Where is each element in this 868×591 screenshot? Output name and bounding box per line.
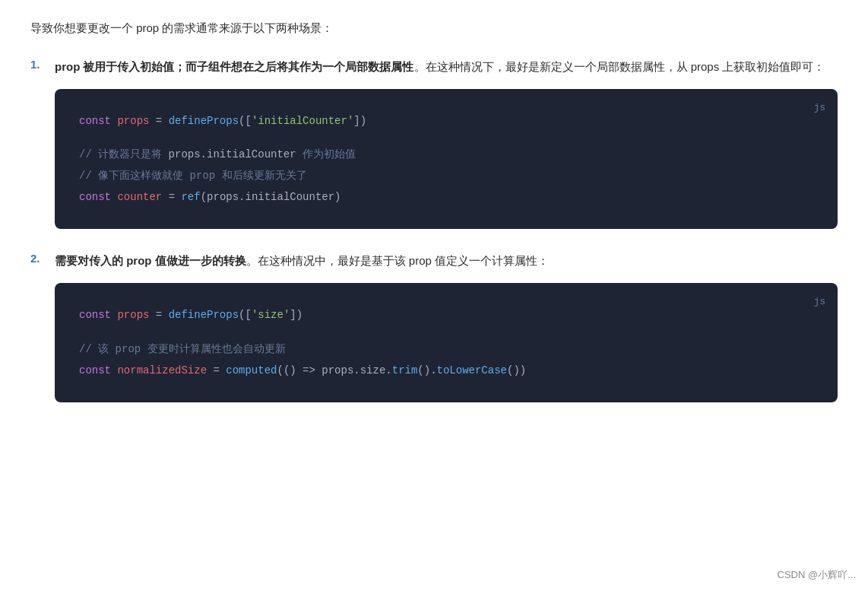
item-1-bold: prop 被用于传入初始值；而子组件想在之后将其作为一个局部数据属性 <box>55 60 414 73</box>
item-2-content: 需要对传入的 prop 值做进一步的转换。在这种情况中，最好是基于该 prop … <box>55 250 838 402</box>
list-item: 1. prop 被用于传入初始值；而子组件想在之后将其作为一个局部数据属性。在这… <box>30 56 838 230</box>
item-number-2: 2. <box>30 250 46 265</box>
item-1-description: prop 被用于传入初始值；而子组件想在之后将其作为一个局部数据属性。在这种情况… <box>55 56 838 77</box>
code-line: const props = defineProps(['size']) <box>79 304 813 326</box>
code-line: // 该 prop 变更时计算属性也会自动更新 <box>79 338 813 360</box>
code-line: // 计数器只是将 props.initialCounter 作为初始值 <box>79 144 813 165</box>
item-1-rest: 。在这种情况下，最好是新定义一个局部数据属性，从 props 上获取初始值即可： <box>414 60 825 73</box>
code-lang-2: js <box>813 292 825 312</box>
intro-text: 导致你想要更改一个 prop 的需求通常来源于以下两种场景： <box>30 18 838 38</box>
item-2-rest: 。在这种情况中，最好是基于该 prop 值定义一个计算属性： <box>246 254 549 267</box>
code-line: const counter = ref(props.initialCounter… <box>79 186 813 208</box>
list-item: 2. 需要对传入的 prop 值做进一步的转换。在这种情况中，最好是基于该 pr… <box>30 250 838 402</box>
numbered-list: 1. prop 被用于传入初始值；而子组件想在之后将其作为一个局部数据属性。在这… <box>30 56 838 403</box>
code-line: const normalizedSize = computed(() => pr… <box>79 360 813 381</box>
watermark: CSDN @小辉吖... <box>778 568 856 582</box>
code-line: const props = defineProps(['initialCount… <box>79 110 813 132</box>
item-2-bold: 需要对传入的 prop 值做进一步的转换 <box>55 254 246 267</box>
code-block-1: js const props = defineProps(['initialCo… <box>55 89 838 230</box>
code-line: // 像下面这样做就使 prop 和后续更新无关了 <box>79 165 813 186</box>
item-1-content: prop 被用于传入初始值；而子组件想在之后将其作为一个局部数据属性。在这种情况… <box>55 56 838 230</box>
item-2-description: 需要对传入的 prop 值做进一步的转换。在这种情况中，最好是基于该 prop … <box>55 250 838 271</box>
code-block-2: js const props = defineProps(['size']) /… <box>55 283 838 402</box>
code-lang-1: js <box>813 98 825 118</box>
item-number-1: 1. <box>30 56 46 71</box>
